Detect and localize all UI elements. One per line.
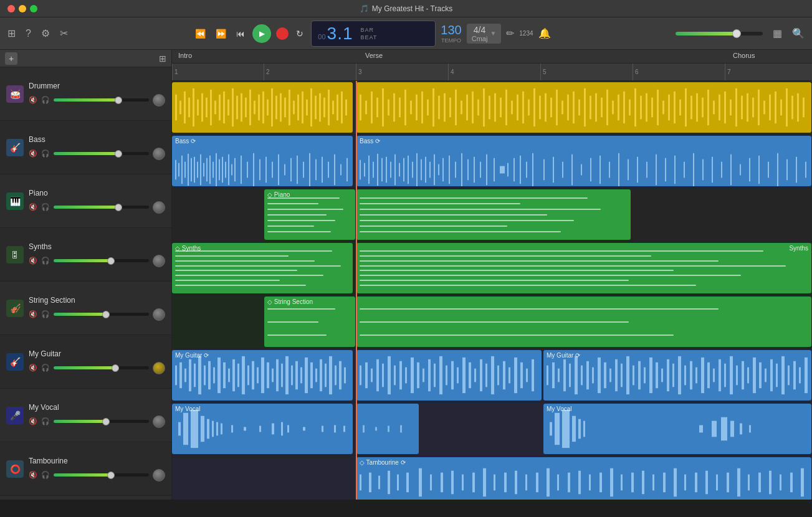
mute-icon-drummer[interactable]: 🔇 — [29, 96, 37, 104]
clip-piano-2[interactable] — [356, 189, 631, 240]
settings-icon[interactable]: ⚙ — [41, 27, 50, 39]
track-item-tambourine[interactable]: ⭕ Tambourine 🔇 🎧 — [0, 442, 171, 496]
svg-rect-375 — [430, 475, 432, 491]
clip-drummer-1[interactable] — [172, 82, 353, 133]
clip-string-section-1[interactable]: ◇ String Section — [264, 296, 355, 347]
mute-icon-string-section[interactable]: 🔇 — [29, 310, 37, 318]
headphone-icon-my-vocal[interactable]: 🎧 — [41, 417, 50, 425]
fader-thumb-tambourine[interactable] — [107, 472, 115, 479]
clip-drummer-2[interactable] — [356, 82, 811, 133]
lcd-display[interactable]: 00 3.1 BAR BEAT — [311, 21, 436, 47]
maximize-button[interactable] — [30, 5, 37, 12]
clip-string-section-2[interactable] — [356, 296, 811, 347]
help-icon[interactable]: ? — [26, 28, 31, 39]
clip-my-vocal-1[interactable]: My Vocal — [172, 404, 353, 454]
mute-icon-my-vocal[interactable]: 🔇 — [29, 417, 37, 425]
clip-bass-1[interactable]: Bass ⟳ — [172, 136, 353, 186]
headphone-icon-drummer[interactable]: 🎧 — [41, 96, 50, 104]
pan-knob-bass[interactable] — [153, 148, 165, 160]
fader-string-section[interactable] — [54, 313, 149, 316]
fader-thumb-synths[interactable] — [107, 257, 115, 265]
clip-tambourine-1[interactable]: ◇ Tambourine ⟳ — [356, 457, 811, 500]
fader-thumb-my-guitar[interactable] — [112, 364, 119, 372]
clip-my-vocal-2[interactable] — [356, 404, 419, 454]
mute-icon-my-guitar[interactable]: 🔇 — [29, 364, 37, 372]
fader-my-guitar[interactable] — [54, 366, 149, 369]
pan-knob-my-vocal[interactable] — [153, 415, 165, 428]
mute-icon-bass[interactable]: 🔇 — [29, 149, 37, 158]
volume-track[interactable] — [676, 32, 763, 36]
headphone-icon-piano[interactable]: 🎧 — [41, 203, 50, 211]
headphone-icon-my-guitar[interactable]: 🎧 — [41, 364, 50, 372]
display-icon[interactable]: ▦ — [773, 27, 782, 39]
pan-knob-my-guitar[interactable] — [153, 362, 165, 374]
clip-piano-1[interactable]: ◇ Piano — [264, 189, 355, 240]
library-icon[interactable]: ⊞ — [7, 27, 16, 39]
track-item-my-guitar[interactable]: 🎸 My Guitar 🔇 🎧 — [0, 335, 171, 389]
fader-thumb-bass[interactable] — [115, 150, 122, 158]
headphone-icon-synths[interactable]: 🎧 — [41, 257, 50, 265]
svg-rect-71 — [533, 88, 535, 126]
fader-thumb-drummer[interactable] — [115, 97, 122, 104]
svg-rect-275 — [462, 358, 466, 393]
close-button[interactable] — [7, 5, 15, 12]
svg-rect-267 — [417, 363, 419, 388]
pan-knob-piano[interactable] — [153, 201, 165, 214]
clip-synths-1[interactable]: ◇ Synths — [172, 243, 353, 293]
collapse-tracks-icon[interactable]: ⊞ — [159, 54, 166, 64]
master-volume[interactable] — [676, 32, 763, 36]
fader-thumb-my-vocal[interactable] — [102, 418, 110, 425]
track-item-synths[interactable]: 🎛 Synths 🔇 🎧 — [0, 228, 171, 282]
add-track-button[interactable]: + — [5, 52, 17, 65]
pan-knob-drummer[interactable] — [153, 94, 165, 107]
fader-tambourine[interactable] — [54, 473, 149, 477]
metronome-icon[interactable]: 🔔 — [538, 27, 551, 39]
clip-my-vocal-3[interactable]: My Vocal — [543, 404, 811, 454]
headphone-icon-bass[interactable]: 🎧 — [41, 149, 50, 158]
track-item-bass[interactable]: 🎸 Bass 🔇 🎧 — [0, 121, 171, 174]
rewind-button[interactable]: ⏪ — [193, 27, 208, 40]
scissors-icon[interactable]: ✂ — [60, 27, 68, 39]
window-controls[interactable] — [7, 5, 37, 12]
fader-my-vocal[interactable] — [54, 420, 149, 423]
clip-my-guitar-3[interactable]: My Guitar ⟳ — [543, 350, 811, 401]
fader-piano[interactable] — [54, 206, 149, 209]
play-button[interactable]: ▶ — [252, 24, 271, 43]
clip-bass-2[interactable]: Bass ⟳ — [356, 136, 811, 186]
volume-thumb[interactable] — [732, 29, 741, 38]
mute-icon-synths[interactable]: 🔇 — [29, 257, 37, 265]
search-icon[interactable]: 🔍 — [792, 27, 805, 39]
headphone-icon-tambourine[interactable]: 🎧 — [41, 471, 50, 479]
cycle-button[interactable]: ↻ — [294, 27, 306, 40]
pan-knob-tambourine[interactable] — [153, 469, 165, 481]
headphone-icon-string-section[interactable]: 🎧 — [41, 310, 50, 318]
to-start-button[interactable]: ⏮ — [234, 27, 247, 40]
fader-thumb-piano[interactable] — [115, 204, 122, 211]
svg-rect-21 — [267, 100, 269, 116]
svg-rect-351 — [343, 426, 345, 432]
clip-my-guitar-1[interactable]: My Guitar ⟳ — [172, 350, 353, 401]
svg-rect-213 — [740, 164, 741, 176]
record-button[interactable] — [276, 27, 289, 40]
tempo-display[interactable]: 130 TEMPO — [441, 23, 461, 44]
fast-forward-button[interactable]: ⏩ — [213, 27, 229, 40]
fader-bass[interactable] — [54, 152, 149, 155]
svg-rect-212 — [730, 154, 732, 185]
mute-icon-tambourine[interactable]: 🔇 — [29, 471, 37, 479]
track-item-string-section[interactable]: 🎻 String Section 🔇 🎧 — [0, 282, 171, 335]
minimize-button[interactable] — [19, 5, 26, 12]
pencil-icon[interactable]: ✏ — [506, 27, 514, 39]
svg-rect-361 — [583, 421, 585, 437]
pan-knob-string-section[interactable] — [153, 308, 165, 321]
track-item-drummer[interactable]: 🥁 Drummer 🔇 🎧 — [0, 67, 171, 121]
fader-synths[interactable] — [54, 259, 149, 262]
time-signature-display[interactable]: 4/4 Cmaj ▼ — [467, 24, 502, 44]
fader-thumb-string-section[interactable] — [102, 311, 110, 318]
clip-my-guitar-2[interactable] — [356, 350, 542, 401]
fader-drummer[interactable] — [54, 98, 149, 102]
clip-synths-2[interactable]: Synths — [356, 243, 811, 293]
track-item-piano[interactable]: 🎹 Piano 🔇 🎧 — [0, 174, 171, 228]
track-item-my-vocal[interactable]: 🎤 My Vocal 🔇 🎧 — [0, 389, 171, 442]
mute-icon-piano[interactable]: 🔇 — [29, 203, 37, 211]
pan-knob-synths[interactable] — [153, 255, 165, 267]
